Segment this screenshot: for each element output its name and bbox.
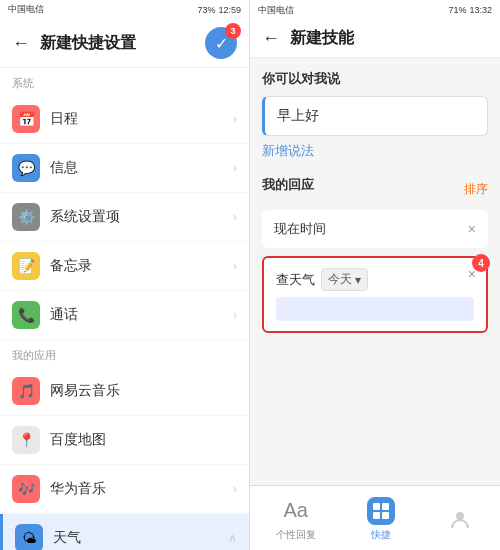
huawei-label: 华为音乐 [50,480,233,498]
menu-item-messages[interactable]: 💬 信息 › [0,144,249,193]
right-content: 你可以对我说 早上好 新增说法 我的回应 排序 现在时间 × × 查天气 今天 … [250,58,500,485]
page-title-left: 新建快捷设置 [40,33,205,54]
menu-item-calls[interactable]: 📞 通话 › [0,291,249,340]
messages-icon: 💬 [12,154,40,182]
arrow-icon-2: › [233,161,237,175]
arrow-icon-7: ∧ [228,531,237,545]
page-title-right: 新建技能 [290,28,488,49]
status-bar-right: 中国电信 71% 13:32 [250,0,500,20]
time-right: 13:32 [469,5,492,15]
tab-avatar[interactable] [446,505,474,533]
notes-label: 备忘录 [50,257,233,275]
bottom-tab-bar: Aa 个性回复 快捷 [250,485,500,550]
calls-label: 通话 [50,306,233,324]
menu-item-schedule[interactable]: 📅 日程 › [0,95,249,144]
huawei-icon: 🎶 [12,475,40,503]
tab-personal-label: 个性回复 [276,528,316,542]
phrase-input[interactable]: 早上好 [262,96,488,136]
top-bar-right: ← 新建技能 [250,20,500,58]
svg-rect-2 [373,512,380,519]
badge-4: 4 [472,254,490,272]
time-left: 12:59 [218,5,241,15]
weather-row: 查天气 今天 ▾ [276,268,474,291]
weather-sub-content [276,297,474,321]
menu-item-huawei[interactable]: 🎶 华为音乐 › [0,465,249,514]
menu-item-weather[interactable]: 🌤 天气 ∧ [0,514,249,550]
back-button-right[interactable]: ← [262,28,280,49]
add-phrase-button[interactable]: 新增说法 [262,142,488,160]
carrier-right: 中国电信 [258,4,294,17]
netease-label: 网易云音乐 [50,382,237,400]
arrow-icon: › [233,112,237,126]
weather-response-label: 查天气 [276,271,315,289]
badge-3: 3 [225,23,241,39]
remove-time-button[interactable]: × [468,221,476,237]
arrow-icon-6: › [233,482,237,496]
top-bar-left: ← 新建快捷设置 ✓ 3 [0,19,249,68]
weather-icon: 🌤 [15,524,43,550]
baidu-label: 百度地图 [50,431,237,449]
section-response-title: 我的回应 [262,176,314,194]
netease-icon: 🎵 [12,377,40,405]
menu-item-settings[interactable]: ⚙️ 系统设置项 › [0,193,249,242]
svg-rect-3 [382,512,389,519]
schedule-label: 日程 [50,110,233,128]
avatar-icon [446,505,474,533]
quick-icon [367,497,395,525]
check-icon: ✓ [215,34,228,53]
tab-quick[interactable]: 快捷 [367,497,395,542]
menu-item-baidu[interactable]: 📍 百度地图 [0,416,249,465]
response-time-label: 现在时间 [274,220,326,238]
battery-left: 73% [197,5,215,15]
left-panel: 中国电信 73% 12:59 ← 新建快捷设置 ✓ 3 系统 📅 日程 › 💬 … [0,0,250,550]
battery-right: 71% [448,5,466,15]
schedule-icon: 📅 [12,105,40,133]
section-system-label: 系统 [0,68,249,95]
arrow-icon-3: › [233,210,237,224]
status-bar-left: 中国电信 73% 12:59 [0,0,249,19]
confirm-button[interactable]: ✓ 3 [205,27,237,59]
weather-tag[interactable]: 今天 ▾ [321,268,368,291]
right-panel: 中国电信 71% 13:32 ← 新建技能 你可以对我说 早上好 新增说法 我的… [250,0,500,550]
dropdown-icon: ▾ [355,273,361,287]
tab-personal[interactable]: Aa 个性回复 [276,497,316,542]
tab-quick-label: 快捷 [371,528,391,542]
svg-rect-1 [382,503,389,510]
sort-button[interactable]: 排序 [464,181,488,198]
settings-icon: ⚙️ [12,203,40,231]
response-item-time[interactable]: 现在时间 × [262,210,488,248]
section-phrase-title: 你可以对我说 [262,70,488,88]
back-button-left[interactable]: ← [12,33,30,54]
personal-reply-icon: Aa [282,497,310,525]
calls-icon: 📞 [12,301,40,329]
settings-label: 系统设置项 [50,208,233,226]
section-apps-label: 我的应用 [0,340,249,367]
svg-rect-0 [373,503,380,510]
baidu-icon: 📍 [12,426,40,454]
weather-label: 天气 [53,529,228,547]
messages-label: 信息 [50,159,233,177]
notes-icon: 📝 [12,252,40,280]
carrier-left: 中国电信 [8,3,44,16]
arrow-icon-4: › [233,259,237,273]
arrow-icon-5: › [233,308,237,322]
menu-item-netease[interactable]: 🎵 网易云音乐 [0,367,249,416]
response-item-weather[interactable]: × 查天气 今天 ▾ 4 [262,256,488,333]
svg-point-4 [456,512,464,520]
response-header: 我的回应 排序 [262,176,488,202]
menu-item-notes[interactable]: 📝 备忘录 › [0,242,249,291]
